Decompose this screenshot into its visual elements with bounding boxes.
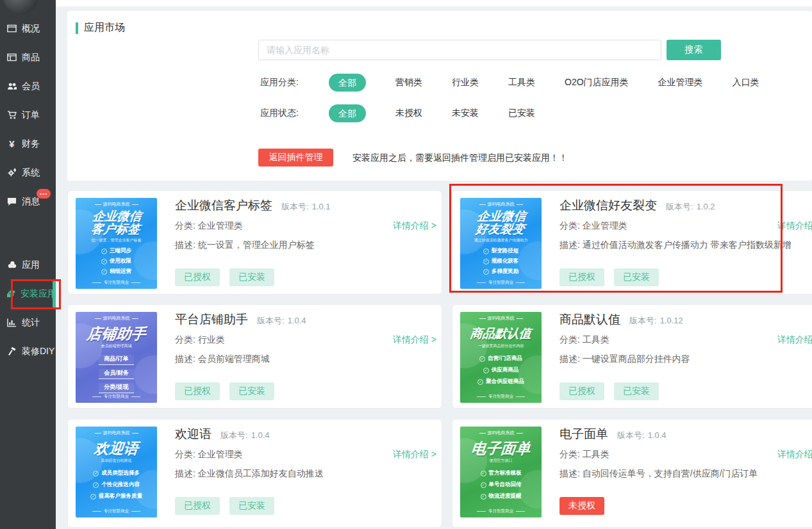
filter-option[interactable]: 企业管理类 [658, 77, 703, 88]
avatar[interactable] [3, 0, 38, 14]
thumb-footer: 专注智慧商业 [460, 394, 542, 400]
app-desc: 描述: 一键设置商品部分挂件内容 [559, 354, 690, 365]
app-card: 源码电商系统 电子面单 使用官方接口 ✓官方标准模板 ✓单号自动回传 ✓物流进度… [452, 419, 812, 528]
users-icon [6, 81, 17, 91]
filter-option[interactable]: O2O门店应用类 [565, 77, 629, 88]
filter-option[interactable]: 未授权 [395, 108, 422, 119]
check-icon: ✓ [101, 248, 107, 254]
sidebar-item-members[interactable]: 会员 [0, 72, 56, 101]
sidebar-item-system[interactable]: 系统 [0, 158, 56, 187]
app-version: 版本号:1.0.4 [220, 430, 270, 441]
app-card: 源码电商系统 企业微信客户标签 统一设置，管理企业客户标签 ✓三端同步 ✓使用权… [67, 190, 442, 295]
app-title: 欢迎语 [175, 426, 211, 443]
check-icon: ✓ [479, 356, 485, 362]
installed-button[interactable]: 已安装 [229, 497, 274, 515]
app-thumbnail: 源码电商系统 店铺助手 会员前端管理商城 商品/订单 会员/财务 分类/提现 专… [76, 312, 157, 403]
filter-row-category: 应用分类: 全部 营销类 行业类 工具类 O2O门店应用类 企业管理类 入口类 [260, 74, 759, 92]
filter-option[interactable]: 入口类 [733, 77, 759, 88]
filter-option-all[interactable]: 全部 [329, 104, 366, 122]
detail-link[interactable]: 详情介绍 > [393, 220, 436, 232]
installed-button[interactable]: 已安装 [229, 382, 274, 400]
app-category: 分类: 工具类 [559, 334, 609, 346]
back-to-plugins-button[interactable]: 返回插件管理 [258, 149, 333, 167]
check-icon: ✓ [93, 482, 99, 488]
filter-option[interactable]: 行业类 [452, 77, 479, 88]
top-bar [56, 0, 812, 6]
app-category: 分类: 企业管理类 [175, 449, 243, 460]
installed-button[interactable]: 已安装 [614, 268, 659, 286]
detail-link[interactable]: 详情介绍 > [393, 334, 436, 346]
app-desc: 描述: 会员前端管理商城 [175, 354, 270, 365]
check-icon: ✓ [481, 471, 486, 476]
check-icon: ✓ [93, 471, 99, 476]
authorized-button[interactable]: 已授权 [175, 497, 220, 515]
filter-option[interactable]: 营销类 [395, 77, 422, 88]
app-title: 企业微信好友裂变 [559, 197, 657, 214]
check-icon: ✓ [101, 269, 107, 275]
sidebar-item-install-app[interactable]: 安装应用 [0, 279, 56, 308]
detail-link[interactable]: 详情介绍 > [777, 220, 812, 232]
thumb-brand: 源码电商系统 [76, 430, 157, 436]
app-thumbnail: 源码电商系统 欢迎语 添加好友自动推送 ✓成员类型选择多 ✓个性化推送内容 ✓提… [76, 427, 157, 517]
thumb-brand: 源码电商系统 [76, 315, 157, 321]
sidebar-item-goods[interactable]: 商品 [0, 43, 56, 72]
check-icon: ✓ [483, 259, 489, 264]
thumb-footer: 专注智慧商业 [76, 509, 157, 514]
installed-button[interactable]: 已安装 [229, 268, 274, 286]
filter-option[interactable]: 未安装 [452, 108, 479, 119]
authorized-button[interactable]: 已授权 [559, 268, 604, 286]
authorized-button[interactable]: 已授权 [175, 268, 220, 286]
thumb-brand: 源码电商系统 [460, 315, 542, 321]
app-category: 分类: 工具类 [559, 449, 609, 460]
check-icon: ✓ [481, 482, 486, 488]
app-card: 源码电商系统 店铺助手 会员前端管理商城 商品/订单 会员/财务 分类/提现 专… [67, 304, 442, 409]
app-category: 分类: 企业管理类 [175, 220, 243, 232]
thumb-footer: 专注智慧商业 [76, 394, 157, 400]
unauthorized-button[interactable]: 未授权 [559, 497, 604, 515]
installed-button[interactable]: 已安装 [614, 382, 659, 400]
authorized-button[interactable]: 已授权 [175, 382, 220, 400]
search-button[interactable]: 搜索 [667, 40, 721, 60]
check-icon: ✓ [101, 259, 107, 264]
thumb-footer: 专注智慧商业 [460, 280, 542, 286]
app-title: 平台店铺助手 [175, 311, 248, 328]
thumb-brand: 源码电商系统 [76, 201, 157, 208]
sidebar-item-apps[interactable]: 应用 [0, 250, 56, 279]
authorized-button[interactable]: 已授权 [559, 382, 604, 400]
app-desc: 描述: 自动回传运单号，支持自营/供应商/门店订单 [559, 468, 758, 480]
sidebar: 概况 商品 会员 订单 ¥ 财务 系统 消息 ... 应用 [0, 0, 56, 529]
filter-option[interactable]: 已安装 [508, 108, 535, 119]
hammer-icon [6, 346, 17, 356]
sidebar-item-overview[interactable]: 概况 [0, 14, 56, 43]
detail-link[interactable]: 详情介绍 > [777, 334, 812, 346]
search-input[interactable] [258, 40, 661, 60]
app-title: 电子面单 [559, 426, 608, 443]
app-card: 源码电商系统 商品默认值 一键设置商品部分挂件内容 ✓自营/门店商品 ✓供应商商… [452, 304, 812, 409]
sidebar-item-diy[interactable]: 装修DIY [0, 337, 56, 366]
check-icon: ✓ [483, 248, 489, 254]
notice-text: 安装应用之后，需要返回插件管理启用已安装应用！！ [352, 149, 568, 167]
detail-link[interactable]: 详情介绍 > [393, 449, 436, 460]
app-version: 版本号:1.0.4 [257, 315, 306, 327]
check-icon: ✓ [483, 269, 489, 275]
detail-link[interactable]: 详情介绍 > [777, 449, 812, 460]
apps-icon [6, 260, 17, 270]
bar-chart-icon [6, 318, 17, 327]
thumb-brand: 源码电商系统 [460, 430, 542, 436]
app-version: 版本号:1.0.1 [281, 201, 331, 213]
gears-icon [6, 168, 17, 177]
filter-option[interactable]: 工具类 [508, 77, 535, 88]
sidebar-item-finance[interactable]: ¥ 财务 [0, 129, 56, 158]
sidebar-item-orders[interactable]: 订单 [0, 101, 56, 129]
filter-option-all[interactable]: 全部 [329, 74, 366, 92]
filter-row-status: 应用状态: 全部 未授权 未安装 已安装 [260, 104, 535, 122]
app-desc: 描述: 通过价值活动激发客户传播动力 带来客户指数级新增 [559, 240, 791, 251]
app-thumbnail: 源码电商系统 商品默认值 一键设置商品部分挂件内容 ✓自营/门店商品 ✓供应商商… [460, 312, 542, 403]
app-version: 版本号:1.0.4 [617, 430, 667, 441]
sidebar-item-stats[interactable]: 统计 [0, 308, 56, 337]
app-title: 企业微信客户标签 [175, 197, 272, 214]
install-app-icon [6, 289, 16, 298]
thumb-brand: 源码电商系统 [460, 201, 542, 208]
goods-icon [6, 53, 17, 62]
app-version: 版本号:1.0.2 [666, 201, 715, 213]
